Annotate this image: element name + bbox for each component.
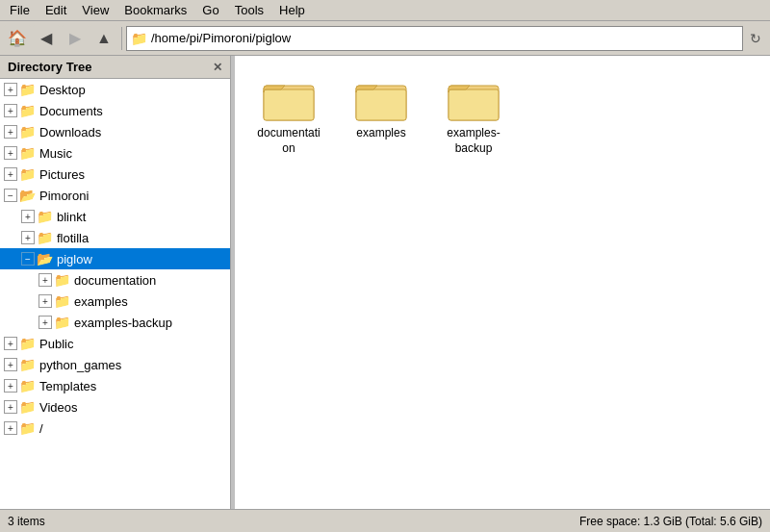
address-icon: 📁 (131, 31, 147, 46)
label-downloads: Downloads (39, 125, 101, 139)
tree-item-templates[interactable]: + 📁 Templates (0, 375, 230, 396)
tree-item-examples[interactable]: + 📁 examples (0, 291, 230, 312)
tree-item-public[interactable]: + 📁 Public (0, 333, 230, 354)
expand-templates[interactable]: + (4, 379, 17, 393)
file-label-examples: examples (356, 126, 405, 141)
menu-bookmarks[interactable]: Bookmarks (118, 1, 192, 19)
expand-downloads[interactable]: + (4, 125, 17, 139)
tree-item-root[interactable]: + 📁 / (0, 418, 230, 439)
back-button[interactable]: ◀ (33, 25, 60, 52)
tree-item-downloads[interactable]: + 📁 Downloads (0, 121, 230, 142)
free-space: Free space: 1.3 GiB (Total: 5.6 GiB) (579, 515, 762, 528)
expand-pictures[interactable]: + (4, 167, 17, 181)
folder-large-examples (354, 76, 408, 122)
folder-icon-public: 📁 (19, 336, 36, 351)
main-area: Directory Tree ✕ + 📁 Desktop + 📁 Documen… (0, 56, 770, 509)
expand-examples-backup[interactable]: + (38, 316, 52, 329)
tree-item-pictures[interactable]: + 📁 Pictures (0, 164, 230, 185)
up-button[interactable]: ▲ (90, 25, 117, 52)
menu-go[interactable]: Go (196, 1, 224, 19)
tree-item-blinkt[interactable]: + 📁 blinkt (0, 206, 230, 227)
expand-documents[interactable]: + (4, 104, 17, 117)
folder-icon-blinkt: 📁 (37, 209, 53, 224)
folder-icon-videos: 📁 (19, 399, 36, 415)
forward-button[interactable]: ▶ (62, 25, 89, 52)
tree-item-examples-backup[interactable]: + 📁 examples-backup (0, 312, 230, 333)
menubar: File Edit View Bookmarks Go Tools Help (0, 0, 770, 21)
tree-item-videos[interactable]: + 📁 Videos (0, 396, 230, 418)
refresh-button[interactable]: ↻ (745, 28, 766, 49)
statusbar: 3 items Free space: 1.3 GiB (Total: 5.6 … (0, 509, 770, 532)
folder-large-examples-backup (447, 76, 500, 122)
expand-videos[interactable]: + (4, 400, 17, 414)
folder-icon-downloads: 📁 (19, 124, 36, 139)
label-examples-backup: examples-backup (74, 316, 172, 330)
menu-edit[interactable]: Edit (39, 1, 72, 19)
folder-icon-music: 📁 (19, 145, 36, 161)
home-button[interactable]: 🏠 (4, 25, 31, 52)
expand-flotilla[interactable]: + (21, 231, 35, 244)
tree-item-music[interactable]: + 📁 Music (0, 142, 230, 164)
tree-item-documentation[interactable]: + 📁 documentation (0, 269, 230, 291)
folder-icon-desktop: 📁 (19, 82, 36, 97)
label-examples: examples (74, 294, 128, 309)
file-item-examples-backup[interactable]: examples-backup (435, 71, 512, 161)
folder-icon-examples: 📁 (54, 293, 70, 309)
expand-music[interactable]: + (4, 146, 17, 160)
label-python-games: python_games (39, 358, 121, 372)
folder-icon-piglow: 📂 (37, 251, 53, 266)
label-blinkt: blinkt (57, 210, 86, 224)
file-item-documentation[interactable]: documentation (250, 71, 327, 161)
tree-item-python-games[interactable]: + 📁 python_games (0, 354, 230, 375)
label-templates: Templates (39, 379, 96, 393)
expand-root[interactable]: + (4, 421, 17, 435)
label-flotilla: flotilla (57, 231, 89, 245)
folder-icon-documents: 📁 (19, 103, 36, 118)
toolbar-separator-1 (121, 27, 122, 50)
menu-file[interactable]: File (4, 1, 36, 19)
address-input[interactable] (151, 31, 738, 45)
svg-rect-1 (264, 89, 314, 120)
expand-piglow[interactable]: − (21, 252, 35, 266)
label-public: Public (39, 337, 73, 351)
expand-pimoroni[interactable]: − (4, 189, 17, 202)
tree-item-flotilla[interactable]: + 📁 flotilla (0, 227, 230, 248)
sidebar-close-button[interactable]: ✕ (213, 61, 222, 74)
address-bar: 📁 (126, 26, 743, 51)
folder-icon-templates: 📁 (19, 378, 36, 393)
menu-tools[interactable]: Tools (229, 1, 270, 19)
tree-item-pimoroni[interactable]: − 📂 Pimoroni (0, 185, 230, 206)
tree-item-desktop[interactable]: + 📁 Desktop (0, 79, 230, 100)
item-count: 3 items (8, 515, 45, 528)
menu-help[interactable]: Help (273, 1, 311, 19)
expand-documentation[interactable]: + (38, 273, 52, 287)
folder-icon-pimoroni: 📂 (19, 188, 36, 203)
folder-large-documentation (262, 76, 316, 122)
expand-public[interactable]: + (4, 337, 17, 350)
toolbar: 🏠 ◀ ▶ ▲ 📁 ↻ (0, 21, 770, 56)
label-piglow: piglow (57, 252, 92, 266)
label-pictures: Pictures (39, 167, 85, 182)
sidebar: Directory Tree ✕ + 📁 Desktop + 📁 Documen… (0, 56, 231, 509)
file-item-examples[interactable]: examples (343, 71, 420, 161)
menu-view[interactable]: View (76, 1, 115, 19)
file-label-documentation: documentation (255, 126, 322, 156)
tree-item-documents[interactable]: + 📁 Documents (0, 100, 230, 121)
label-pimoroni: Pimoroni (39, 189, 89, 203)
expand-blinkt[interactable]: + (21, 210, 35, 223)
expand-desktop[interactable]: + (4, 83, 17, 96)
tree-item-piglow[interactable]: − 📂 piglow (0, 248, 230, 269)
expand-examples[interactable]: + (38, 294, 52, 308)
folder-icon-python-games: 📁 (19, 357, 36, 372)
folder-icon-examples-backup: 📁 (54, 315, 70, 330)
folder-icon-documentation: 📁 (54, 272, 70, 288)
folder-icon-flotilla: 📁 (37, 230, 53, 245)
sidebar-scroll[interactable]: + 📁 Desktop + 📁 Documents + 📁 Downloads … (0, 79, 230, 509)
label-documentation: documentation (74, 273, 156, 288)
svg-rect-5 (449, 89, 499, 120)
sidebar-header: Directory Tree ✕ (0, 56, 230, 79)
expand-python-games[interactable]: + (4, 358, 17, 371)
label-music: Music (39, 146, 72, 161)
file-label-examples-backup: examples-backup (440, 126, 507, 156)
file-area[interactable]: documentation examples exa (235, 56, 770, 509)
